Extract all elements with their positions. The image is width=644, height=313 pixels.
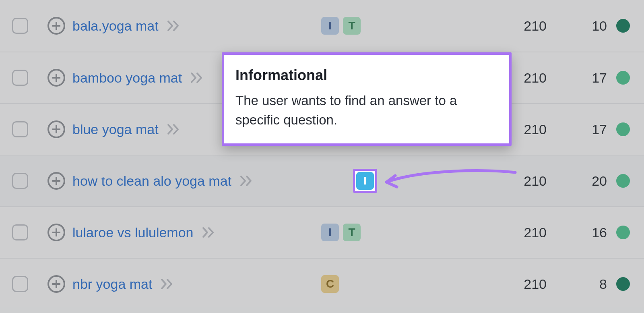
screen-dim-overlay <box>0 0 644 313</box>
intent-tooltip: Informational The user wants to find an … <box>222 52 512 146</box>
tooltip-title: Informational <box>235 67 498 84</box>
intent-badge-i[interactable]: I <box>356 172 374 190</box>
intent-badge-highlight[interactable]: I <box>353 169 377 193</box>
tooltip-body: The user wants to find an answer to a sp… <box>235 91 498 130</box>
annotation-arrow-icon <box>374 165 519 197</box>
